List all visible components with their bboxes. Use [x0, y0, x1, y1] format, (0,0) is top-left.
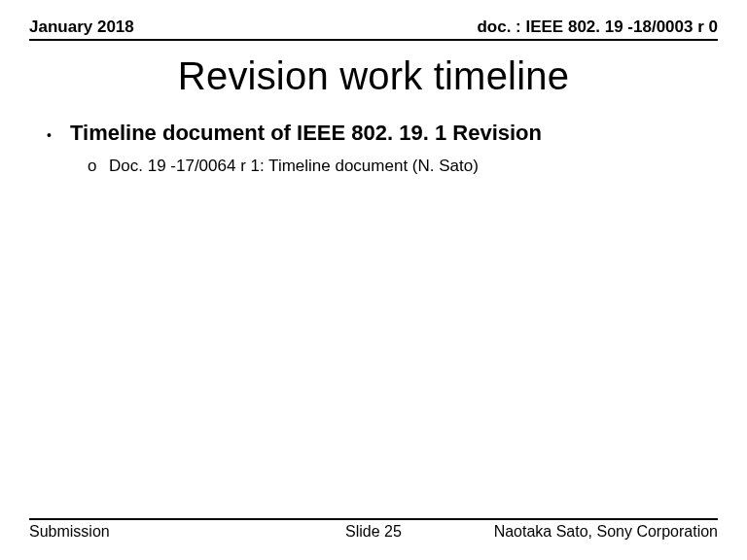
footer-slide-number: Slide 25 — [259, 523, 488, 541]
header-date: January 2018 — [29, 18, 134, 37]
slide-title: Revision work timeline — [29, 54, 718, 98]
footer-submission: Submission — [29, 523, 259, 541]
bullet-level-1: • Timeline document of IEEE 802. 19. 1 R… — [47, 120, 718, 147]
footer-author: Naotaka Sato, Sony Corporation — [488, 523, 718, 541]
slide: January 2018 doc. : IEEE 802. 19 -18/000… — [0, 0, 747, 560]
bullet-marker: o — [88, 157, 109, 176]
bullet-level-2: o Doc. 19 -17/0064 r 1: Timeline documen… — [47, 157, 718, 176]
footer: Submission Slide 25 Naotaka Sato, Sony C… — [29, 518, 718, 541]
header-doc-number: doc. : IEEE 802. 19 -18/0003 r 0 — [477, 18, 718, 37]
footer-divider — [29, 518, 718, 520]
bullet-marker: • — [47, 126, 70, 146]
content-area: • Timeline document of IEEE 802. 19. 1 R… — [29, 120, 718, 176]
bullet-text: Timeline document of IEEE 802. 19. 1 Rev… — [70, 120, 542, 147]
footer-row: Submission Slide 25 Naotaka Sato, Sony C… — [29, 523, 718, 541]
header: January 2018 doc. : IEEE 802. 19 -18/000… — [29, 18, 718, 41]
bullet-text: Doc. 19 -17/0064 r 1: Timeline document … — [109, 157, 479, 176]
